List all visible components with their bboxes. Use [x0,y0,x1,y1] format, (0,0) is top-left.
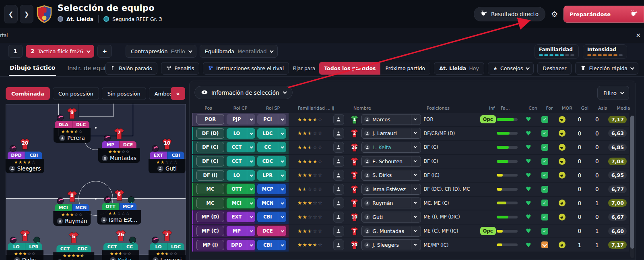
role-cp-dropdown[interactable]: MCI [227,198,255,208]
role-cp-dropdown[interactable]: OTT [227,184,255,194]
role-sp-dropdown[interactable]: LPR [257,170,286,181]
player-name-dropdown[interactable]: G. Muntadas [361,226,421,237]
column-header-pos[interactable]: Pos [192,106,225,111]
close-icon[interactable]: ✕ [636,32,641,39]
tab-out-of-possession[interactable]: Sin posesión [102,87,146,100]
column-header-rol-sp[interactable]: Rol SP [256,106,290,111]
player-info-button[interactable] [333,198,344,208]
tab-in-possession[interactable]: Con posesión [53,87,99,100]
role-cp-dropdown[interactable]: LO [227,170,255,181]
column-header-rol-cp[interactable]: Rol CP [225,106,256,111]
role-cp-dropdown[interactable]: MP [227,226,255,236]
pos-cell[interactable]: DF (C) [196,142,224,152]
quick-pick-dropdown[interactable]: Elección rápida [575,62,638,75]
column-header-mor[interactable]: MOR [558,106,576,111]
selection-info-dropdown[interactable]: Información de selección [194,86,293,99]
tactic-slot-2-dropdown[interactable]: 2 Tactica flick fm26 [26,45,94,58]
settings-gear-icon[interactable]: ⚙ [551,10,558,19]
pitch-player-card[interactable]: 3 LOLPR ★★★☆☆ Dirks [6,228,43,260]
role-cp-dropdown[interactable]: PJP [227,114,255,125]
role-sp-dropdown[interactable]: CBI [257,212,286,222]
column-header-familiaridad-[interactable]: Familiaridad ... [294,106,332,111]
mentality-dropdown[interactable]: Equilibrada Mentalidad [200,45,278,58]
column-header-ij[interactable]: IJ [332,106,349,111]
column-header-media[interactable]: Media [612,106,635,111]
tactic-slot-1-button[interactable]: 1 [8,45,23,58]
role-sp-dropdown[interactable]: CDC [257,156,286,166]
pos-cell[interactable]: MC [196,184,224,194]
player-name-dropdown[interactable]: J. Sleegers [361,239,421,250]
role-cp-dropdown[interactable]: CCT [227,156,255,166]
set-pieces-button[interactable]: Balón parado [105,62,157,75]
player-info-button[interactable] [333,170,344,181]
column-header-asis[interactable]: Asis [593,106,612,111]
player-name-dropdown[interactable]: Ruymán [361,198,421,208]
pos-cell[interactable]: DF (I) [196,170,224,181]
role-sp-dropdown[interactable]: PCI [257,114,286,125]
role-sp-dropdown[interactable]: DCE [257,226,286,236]
pitch-player-card[interactable]: 10 EXTCBI ★★☆☆☆ Guti [149,137,186,173]
pos-cell[interactable]: MC [196,198,224,208]
column-header-gol[interactable]: Gol [576,106,593,111]
pitch-player-card[interactable]: 5 CCTCDC ★★★★★☆ Schouten [53,230,94,260]
tab-tactic-drawing[interactable]: Dibujo táctico [9,60,56,76]
player-name-dropdown[interactable]: S. Dirks [361,170,421,181]
pos-cell[interactable]: POR [196,114,224,125]
pos-cell[interactable]: MP (I) [196,240,224,250]
collapse-panel-button[interactable]: « [171,87,185,100]
pitch-player-card[interactable]: 8 MCIMCN ★★★☆☆ Ruymán [53,189,91,226]
pitch-player-card[interactable]: 9 DLADLC ★★★★☆☆ Perera [54,106,91,143]
add-tactic-button[interactable]: + [97,45,112,58]
advice-dropdown[interactable]: ★ Consejos [488,62,534,75]
opposition-instructions-button[interactable]: Instrucciones sobre el rival [203,62,289,75]
player-info-button[interactable] [333,142,344,153]
player-info-button[interactable] [333,184,344,195]
role-cp-dropdown[interactable]: LO [227,128,255,139]
player-info-button[interactable] [333,114,344,125]
role-sp-dropdown[interactable]: MCP [257,184,286,194]
penalties-button[interactable]: Penaltis [161,62,199,75]
column-header-for[interactable]: For [541,106,558,111]
pitch-player-card[interactable]: 26 CCTCC ★★★☆☆☆ Keita [102,228,139,260]
player-name-dropdown[interactable]: Marcos [361,114,421,125]
column-header-posiciones[interactable]: Posiciones [427,106,483,111]
column-header-con[interactable]: Con [525,106,541,111]
player-name-dropdown[interactable]: Isma Estévez [361,184,421,195]
player-name-dropdown[interactable]: Guti [361,212,421,223]
pitch-player-card[interactable]: 20 DPDCBI ★★★★☆☆ Sleegers [6,137,44,173]
match-today-button[interactable]: At. Lleida Hoy [434,62,484,75]
player-name-dropdown[interactable]: E. Schouten [361,156,421,167]
role-cp-dropdown[interactable]: DPD [227,240,255,250]
role-cp-dropdown[interactable]: EXT [227,212,255,222]
player-info-button[interactable] [333,128,344,139]
next-match-option[interactable]: Próximo partido [380,62,430,75]
column-header-nombre[interactable]: Nombre [349,106,427,111]
scrollbar-thumb[interactable] [630,116,634,249]
forward-button[interactable]: ❯ [20,5,33,23]
live-result-button[interactable]: Resultado directo [474,7,545,21]
status-button-preparing[interactable]: Preparándose [564,6,644,23]
back-button[interactable]: ❮ [4,5,18,23]
player-name-dropdown[interactable]: L. Keita [361,142,421,153]
league-name[interactable]: Segunda RFEF Gr. 3 [112,16,162,22]
column-header-fa-[interactable]: Fa... [501,106,525,111]
player-info-button[interactable] [333,226,344,237]
pitch-player-card[interactable]: 7 MPDCE ★★★☆☆☆ Muntadas [98,126,140,163]
filter-dropdown[interactable]: Filtro [597,86,629,100]
role-sp-dropdown[interactable]: LDC [257,128,286,139]
pos-cell[interactable]: DF (C) [196,156,224,166]
player-info-button[interactable] [333,156,344,167]
tab-combined[interactable]: Combinada [6,87,50,100]
style-dropdown[interactable]: Contrapresión Estilo [126,45,196,58]
pos-cell[interactable]: MP (D) [196,212,224,222]
player-info-button[interactable] [333,212,344,223]
pos-cell[interactable]: DF (D) [196,128,224,139]
all-matches-option[interactable]: Todos los partidos [319,62,380,75]
pitch-player-card[interactable]: 2 LOLDC ★★★☆☆☆ Larrauri [149,228,186,260]
role-sp-dropdown[interactable]: CBI [257,240,286,250]
pos-cell[interactable]: MP (C) [196,226,224,236]
club-name[interactable]: At. Lleida [66,16,93,22]
pitch-player-card[interactable]: 6 OTTMCP ★★☆☆☆☆ Isma Est… [97,188,141,225]
player-info-button[interactable] [333,239,344,250]
role-cp-dropdown[interactable]: CCT [227,142,255,152]
